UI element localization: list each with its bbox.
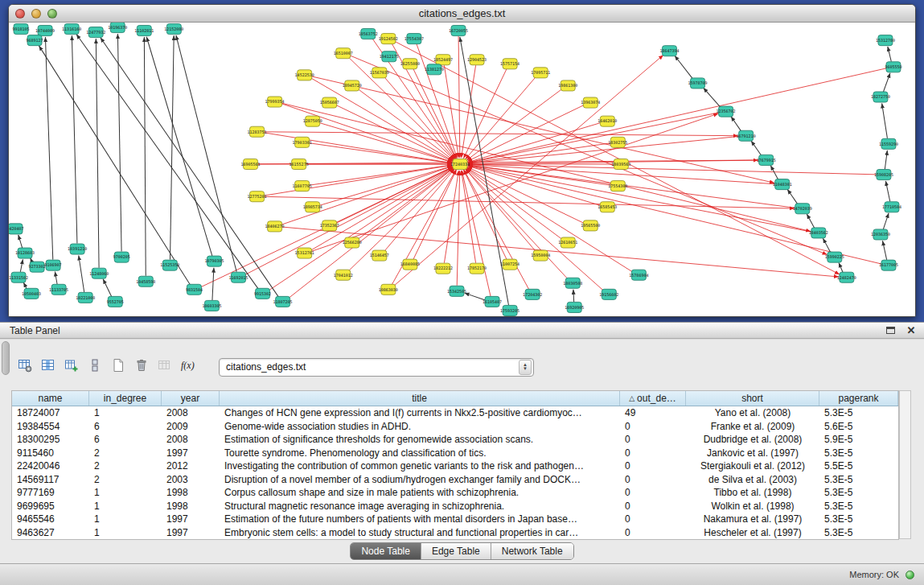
graph-node[interactable]: 10128603 <box>15 248 35 258</box>
graph-node[interactable]: 16920905 <box>565 302 584 312</box>
graph-node[interactable]: 15056607 <box>320 97 339 108</box>
table-cell[interactable]: 1 <box>89 513 162 525</box>
graph-edge[interactable] <box>463 170 507 259</box>
graph-node[interactable]: 9689127 <box>27 35 43 46</box>
table-cell[interactable]: 5.3E-5 <box>819 474 898 485</box>
table-cell[interactable]: 2009 <box>162 421 220 432</box>
new-file-button[interactable] <box>106 356 129 377</box>
graph-node[interactable]: 12566280 <box>343 237 362 248</box>
graph-edge[interactable] <box>458 36 460 158</box>
graph-node[interactable]: 12482470 <box>837 272 856 282</box>
graph-node[interactable]: 16155275 <box>290 159 309 169</box>
graph-edge[interactable] <box>358 168 454 240</box>
graph-edge[interactable] <box>888 47 891 62</box>
table-scrollbar-thumb[interactable] <box>2 341 10 375</box>
graph-node[interactable]: 11381270 <box>425 64 444 75</box>
table-cell[interactable]: Structural magnetic resonance image aver… <box>220 501 620 512</box>
graph-node[interactable]: 17903301 <box>293 137 312 147</box>
table-cell[interactable]: 0 <box>620 513 686 525</box>
graph-edge[interactable] <box>466 89 562 161</box>
graph-node[interactable]: 15757154 <box>500 59 519 69</box>
table-cell[interactable]: 1 <box>89 487 162 498</box>
table-cell[interactable]: 9777169 <box>12 487 89 498</box>
graph-edge[interactable] <box>282 227 839 277</box>
table-cell[interactable]: Yano et al. (2008) <box>686 407 819 418</box>
graph-node[interactable]: 17710504 <box>882 202 901 212</box>
table-cell[interactable]: Hescheler et al. (1997) <box>686 527 819 538</box>
table-cell[interactable]: Estimation of the future numbers of pati… <box>220 513 620 525</box>
table-cell[interactable]: 2 <box>89 460 162 472</box>
table-cell[interactable]: Jankovic et al. (1997) <box>686 447 819 459</box>
graph-node[interactable]: 16462010 <box>598 116 617 126</box>
table-cell[interactable]: 1997 <box>162 447 220 459</box>
graph-edge[interactable] <box>319 123 452 163</box>
graph-node[interactable]: 14522530 <box>295 70 314 80</box>
table-cell[interactable]: 19384554 <box>12 421 89 432</box>
table-cell[interactable]: 18300295 <box>12 434 89 445</box>
network-view[interactable]: 1724033418039563175543001658545319565500… <box>9 23 915 316</box>
graph-edge[interactable] <box>468 123 601 163</box>
graph-node[interactable]: 18222212 <box>433 263 453 274</box>
table-cell[interactable]: 2008 <box>162 407 220 418</box>
graph-node[interactable]: 11048301 <box>773 179 792 190</box>
graph-node[interactable]: 17852170 <box>467 263 487 274</box>
graph-node[interactable]: 18647394 <box>659 46 679 56</box>
graph-edge[interactable] <box>731 117 741 132</box>
graph-edge[interactable] <box>462 171 491 296</box>
table-cell[interactable]: 5.3E-5 <box>819 487 898 498</box>
table-cell[interactable]: 5.3E-5 <box>819 527 898 538</box>
graph-edge[interactable] <box>310 167 453 250</box>
close-panel-icon[interactable]: ✕ <box>903 324 919 337</box>
graph-node[interactable]: 19156602 <box>599 289 618 299</box>
table-row[interactable]: 977716911998Corpus callosum shape and si… <box>12 486 898 500</box>
table-cell[interactable]: 5.6E-5 <box>819 421 898 432</box>
graph-edge[interactable] <box>882 241 886 260</box>
graph-node[interactable]: 18030508 <box>563 278 582 288</box>
table-cell[interactable]: 1 <box>89 407 162 418</box>
table-cell[interactable]: 49 <box>620 407 686 418</box>
table-cell[interactable]: 2003 <box>162 474 220 485</box>
graph-node[interactable]: 17095711 <box>531 68 550 78</box>
graph-node[interactable]: 10196370 <box>108 23 127 33</box>
graph-node[interactable]: 19412175 <box>380 51 399 62</box>
graph-edge[interactable] <box>264 133 452 163</box>
table-cell[interactable]: Stergiakouli et al. (2012) <box>686 460 819 472</box>
graph-edge[interactable] <box>20 259 23 272</box>
graph-edge[interactable] <box>885 150 887 169</box>
graph-node[interactable]: 10603305 <box>202 300 221 311</box>
graph-node[interactable]: 17554307 <box>405 34 424 44</box>
graph-node[interactable]: 17679915 <box>757 154 776 165</box>
graph-node[interactable]: 19565500 <box>581 220 600 231</box>
table-cell[interactable]: 5.3E-5 <box>819 513 898 525</box>
table-cell[interactable]: 0 <box>620 527 686 538</box>
graph-node[interactable]: 13963074 <box>581 97 600 108</box>
table-cell[interactable]: 14569117 <box>12 474 89 485</box>
graph-node[interactable]: 11567039 <box>370 68 389 78</box>
graph-edge[interactable] <box>281 103 811 231</box>
graph-node[interactable]: 16840085 <box>400 259 420 270</box>
table-cell[interactable]: 5.3E-5 <box>819 447 898 459</box>
table-row[interactable]: 911546021997Tourette syndrome. Phenomeno… <box>12 447 898 460</box>
import-table-button[interactable] <box>153 356 176 377</box>
table-cell[interactable]: 0 <box>620 421 686 432</box>
table-cell[interactable]: 0 <box>620 501 686 512</box>
table-cell[interactable]: 9463627 <box>12 527 89 538</box>
network-window-titlebar[interactable]: citations_edges.txt <box>9 5 915 23</box>
graph-node[interactable]: 15990225 <box>825 252 844 262</box>
graph-node[interactable]: 12875050 <box>303 116 322 126</box>
graph-edge[interactable] <box>311 76 774 183</box>
graph-edge[interactable] <box>466 169 536 251</box>
graph-node[interactable]: 9106907 <box>45 260 62 270</box>
graph-node[interactable]: 11316160 <box>62 24 81 35</box>
graph-node[interactable]: 18302755 <box>608 137 627 147</box>
graph-node[interactable]: 15312780 <box>876 35 895 46</box>
graph-node[interactable]: 17204302 <box>523 289 542 299</box>
graph-node[interactable]: 17999354 <box>265 97 285 107</box>
graph-node[interactable]: 12036350 <box>871 229 890 240</box>
graph-node[interactable]: 14702039 <box>793 204 812 214</box>
graph-node[interactable]: 17593205 <box>500 305 519 315</box>
graph-node[interactable]: 11331502 <box>9 272 28 282</box>
table-row[interactable]: 969969511998Structural magnetic resonanc… <box>12 500 898 513</box>
graph-node[interactable]: 9605550 <box>885 62 901 72</box>
graph-node[interactable]: 16905561 <box>241 159 261 169</box>
